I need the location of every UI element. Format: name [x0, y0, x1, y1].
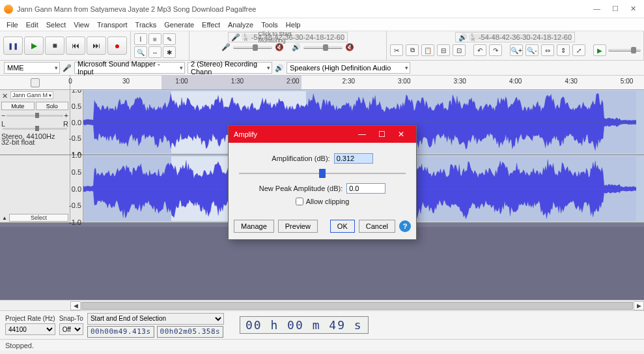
paste-button[interactable]: 📋	[421, 44, 434, 56]
window-maximize-button[interactable]: ☐	[612, 5, 619, 13]
status-bar: Stopped.	[0, 339, 644, 351]
menu-select[interactable]: Select	[46, 21, 66, 29]
multi-tool[interactable]: ✱	[163, 46, 176, 58]
snap-to-combo[interactable]: Off	[59, 323, 83, 335]
manage-button[interactable]: Manage	[234, 220, 274, 233]
selection-mode-combo[interactable]: Start and End of Selection	[87, 313, 224, 325]
dialog-title: Amplify	[234, 130, 257, 138]
audio-position-display[interactable]: 00 h 00 m 49 s	[240, 316, 369, 334]
copy-button[interactable]: ⧉	[406, 44, 419, 56]
playback-device-combo[interactable]: Speakers (High Definition Audio	[287, 62, 410, 74]
track-close-button[interactable]: ✕	[2, 92, 8, 100]
scroll-right-button[interactable]: ▶	[634, 301, 644, 310]
track-select-button[interactable]: Select	[9, 214, 68, 222]
recording-volume-slider[interactable]: 🎤 🔇	[217, 43, 288, 52]
envelope-tool[interactable]: ≡	[148, 33, 161, 45]
pause-icon	[8, 42, 18, 50]
scroll-left-button[interactable]: ◀	[70, 301, 81, 310]
zoom-tool[interactable]: 🔍	[134, 46, 147, 58]
help-button[interactable]: ?	[399, 220, 411, 232]
gain-slider[interactable]: −+	[1, 111, 68, 119]
recording-device-combo[interactable]: Microsoft Sound Mapper - Input	[74, 62, 185, 74]
recording-meter[interactable]: 🎤 LR Click to Start Monitoring -54-48-42…	[228, 32, 348, 42]
timeline-ruler[interactable]: 0301:001:302:002:303:003:304:004:305:00	[0, 76, 644, 90]
track-name-dropdown[interactable]: Jann Gann M	[10, 91, 53, 99]
amplification-input[interactable]	[334, 153, 373, 164]
speaker-meter-icon: 🔊	[458, 33, 468, 42]
pinned-play-head-button[interactable]	[31, 78, 40, 87]
ok-button[interactable]: OK	[330, 220, 355, 233]
pause-button[interactable]	[3, 37, 23, 55]
menu-effect[interactable]: Effect	[202, 21, 220, 29]
redo-button[interactable]: ↷	[489, 44, 502, 56]
play-speed-slider[interactable]	[608, 44, 641, 57]
menu-analyze[interactable]: Analyze	[228, 21, 253, 29]
pan-right-label: R	[63, 120, 68, 128]
dialog-close-button[interactable]: ✕	[391, 130, 411, 139]
menu-help[interactable]: Help	[286, 21, 301, 29]
allow-clipping-checkbox[interactable]	[296, 198, 303, 205]
trim-button[interactable]: ⊟	[437, 44, 450, 56]
window-titlebar: Jann Gann Mann from Satyameva Jayate 2 M…	[0, 0, 644, 18]
rec-meter-label: Click to Start Monitoring	[258, 31, 317, 44]
menu-view[interactable]: View	[74, 21, 89, 29]
menu-edit[interactable]: Edit	[26, 21, 38, 29]
selection-toolbar: Project Rate (Hz) 44100 Snap-To Off Star…	[0, 310, 644, 339]
preview-button[interactable]: Preview	[278, 220, 318, 233]
project-rate-combo[interactable]: 44100	[5, 323, 55, 335]
pan-slider[interactable]	[1, 128, 68, 130]
cut-button[interactable]: ✂	[390, 44, 403, 56]
device-toolbar: MME 🎤 Microsoft Sound Mapper - Input 2 (…	[0, 61, 644, 76]
snap-to-label: Snap-To	[59, 315, 83, 322]
menu-tools[interactable]: Tools	[261, 21, 278, 29]
record-button[interactable]	[107, 37, 127, 55]
timeshift-tool[interactable]: ↔	[148, 46, 161, 58]
zoom-out-button[interactable]: 🔍-	[525, 44, 539, 56]
recording-channels-combo[interactable]: 2 (Stereo) Recording Chann	[188, 62, 272, 74]
horizontal-scrollbar[interactable]: ◀ ▶	[0, 300, 644, 310]
amplification-slider[interactable]	[239, 168, 406, 179]
menu-tracks[interactable]: Tracks	[135, 21, 157, 29]
selection-end-field[interactable]: 00h02m05.358s	[157, 326, 224, 338]
menu-bar: FileEditSelectViewTransportTracksGenerat…	[0, 18, 644, 31]
mic-device-icon: 🎤	[63, 64, 72, 72]
speaker-mute-icon: 🔇	[345, 43, 354, 52]
undo-button[interactable]: ↶	[473, 44, 486, 56]
new-peak-input[interactable]	[346, 183, 385, 194]
track-collapse-button[interactable]: ▲	[2, 215, 7, 221]
dialog-titlebar[interactable]: Amplify — ☐ ✕	[229, 126, 416, 143]
app-icon	[4, 5, 13, 14]
dialog-minimize-button[interactable]: —	[352, 130, 372, 139]
window-minimize-button[interactable]: —	[593, 5, 600, 13]
selection-start-field[interactable]: 00h00m49.413s	[87, 326, 154, 338]
dialog-maximize-button[interactable]: ☐	[372, 130, 391, 139]
solo-button[interactable]: Solo	[36, 102, 69, 110]
playback-meter[interactable]: 🔊 LR -54-48-42-36-30-24-18-12-60	[455, 32, 575, 42]
menu-generate[interactable]: Generate	[164, 21, 194, 29]
play-button[interactable]	[24, 37, 44, 55]
skip-start-button[interactable]	[66, 37, 85, 55]
new-peak-label: New Peak Amplitude (dB):	[259, 184, 343, 192]
tools-toolbar: I ≡ ✎ 🔍 ↔ ✱	[131, 31, 189, 60]
draw-tool[interactable]: ✎	[163, 33, 176, 45]
fit-selection-button[interactable]: ⇔	[541, 44, 554, 56]
playback-volume-slider[interactable]: 🔊 🔇	[288, 43, 358, 52]
mic-icon: 🎤	[231, 33, 240, 42]
zoom-in-button[interactable]: 🔍+	[510, 44, 523, 56]
zoom-toggle-button[interactable]: ⤢	[572, 44, 585, 56]
stop-button[interactable]	[45, 37, 64, 55]
mute-button[interactable]: Mute	[1, 102, 35, 110]
amplify-dialog: Amplify — ☐ ✕ Amplification (dB): New Pe…	[228, 125, 417, 240]
stop-icon	[52, 41, 57, 50]
cancel-button[interactable]: Cancel	[359, 220, 395, 233]
menu-transport[interactable]: Transport	[97, 21, 128, 29]
fit-project-button[interactable]: ⇕	[557, 44, 570, 56]
skip-end-button[interactable]	[87, 37, 106, 55]
audio-host-combo[interactable]: MME	[4, 62, 60, 74]
selection-tool[interactable]: I	[134, 33, 147, 45]
allow-clipping-label: Allow clipping	[306, 198, 350, 205]
window-close-button[interactable]: ✕	[630, 5, 636, 13]
play-at-speed-button[interactable]: ▶	[593, 44, 606, 56]
silence-button[interactable]: ⊡	[453, 44, 466, 56]
menu-file[interactable]: File	[7, 21, 18, 29]
